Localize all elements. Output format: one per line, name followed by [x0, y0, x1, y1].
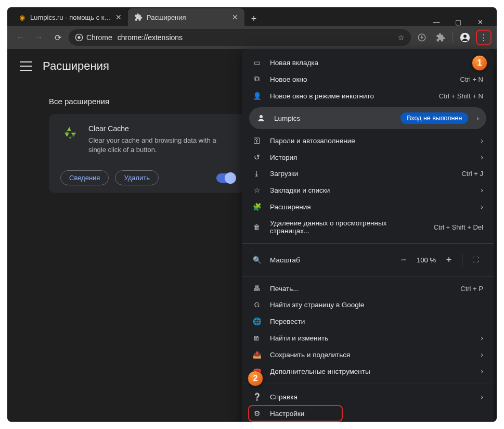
chevron-right-icon: › — [481, 153, 483, 161]
menu-downloads[interactable]: ⭳ЗагрузкиCtrl + J — [242, 166, 494, 182]
menu-extensions[interactable]: 🧩Расширения› — [242, 198, 494, 215]
chevron-right-icon: › — [481, 393, 483, 401]
zoom-separator — [462, 254, 462, 266]
close-icon[interactable]: ✕ — [232, 13, 238, 21]
zoom-value: 100 % — [411, 256, 441, 264]
omnibox-prefix: Chrome — [86, 33, 112, 42]
toolbar: ← → ⟳ Chrome chrome://extensions ☆ ⋮ — [7, 26, 497, 49]
chevron-right-icon: › — [481, 136, 483, 145]
menu-bookmarks[interactable]: ☆Закладки и списки› — [242, 182, 494, 198]
menu-separator — [242, 243, 494, 244]
details-button[interactable]: Сведения — [60, 170, 109, 185]
chevron-right-icon: › — [481, 350, 483, 359]
svg-point-4 — [463, 35, 467, 38]
minimize-button[interactable]: — — [431, 18, 442, 26]
hamburger-menu-icon[interactable] — [20, 61, 32, 71]
annotation-marker-2: 2 — [248, 371, 263, 386]
signin-badge: Вход не выполнен — [400, 112, 468, 124]
google-icon: G — [252, 301, 262, 309]
tab-title: Расширения — [147, 14, 228, 21]
window-icon: ⧉ — [252, 75, 262, 83]
extension-description: Clear your cache and browsing data with … — [88, 136, 235, 155]
tab-icon: ▭ — [252, 58, 262, 67]
chevron-right-icon: › — [481, 186, 483, 194]
downloads-icon[interactable] — [414, 30, 430, 45]
history-icon: ↺ — [252, 153, 262, 161]
menu-print[interactable]: 🖶Печать...Ctrl + P — [242, 281, 494, 297]
menu-separator — [242, 276, 494, 276]
extension-card: Clear Cache Clear your cache and browsin… — [49, 114, 247, 193]
close-icon[interactable]: ✕ — [115, 13, 122, 21]
incognito-icon: 👤 — [252, 92, 262, 100]
extensions-icon[interactable] — [433, 30, 448, 45]
tab-extensions[interactable]: Расширения ✕ — [128, 8, 244, 26]
extension-name: Clear Cache — [88, 124, 235, 133]
menu-more-tools[interactable]: 🧰Дополнительные инструменты› — [242, 363, 494, 380]
svg-point-5 — [260, 115, 263, 118]
reload-button[interactable]: ⟳ — [50, 30, 66, 45]
omnibox[interactable]: Chrome chrome://extensions ☆ — [69, 29, 411, 46]
menu-new-window[interactable]: ⧉Новое окноCtrl + N — [242, 71, 494, 87]
menu-translate[interactable]: 🌐Перевести — [242, 313, 494, 330]
fullscreen-button[interactable]: ⛶ — [468, 252, 483, 268]
omnibox-url: chrome://extensions — [118, 33, 183, 42]
chevron-right-icon: › — [481, 367, 483, 375]
close-window-button[interactable]: ✕ — [475, 18, 485, 26]
chevron-right-icon: › — [481, 334, 483, 342]
key-icon: ⚿ — [252, 137, 262, 145]
remove-button[interactable]: Удалить — [115, 170, 159, 185]
chrome-scheme-icon: Chrome — [75, 33, 112, 42]
find-icon: 🗎 — [252, 334, 262, 342]
person-icon — [256, 113, 266, 123]
window-controls: — ▢ ✕ — [431, 15, 493, 26]
print-icon: 🖶 — [252, 285, 262, 293]
favicon-lumpics: ◉ — [18, 13, 26, 21]
tab-lumpics[interactable]: ◉ Lumpics.ru - помощь с компь ✕ — [11, 8, 128, 26]
annotation-marker-1: 1 — [472, 55, 487, 71]
new-tab-button[interactable]: + — [247, 11, 261, 26]
menu-google-search[interactable]: GНайти эту страницу в Google — [242, 297, 494, 313]
tab-title: Lumpics.ru - помощь с компь — [30, 14, 111, 21]
translate-icon: 🌐 — [252, 317, 262, 325]
trash-icon: 🗑 — [252, 223, 262, 231]
svg-point-1 — [77, 36, 80, 39]
menu-profile[interactable]: Lumpics Вход не выполнен › — [249, 107, 486, 129]
menu-new-tab[interactable]: ▭Новая вкладка — [242, 54, 494, 71]
recycle-icon — [60, 124, 80, 144]
extension-toggle[interactable] — [216, 173, 235, 183]
menu-incognito[interactable]: 👤Новое окно в режиме инкогнитоCtrl + Shi… — [242, 87, 494, 104]
help-icon: ❔ — [252, 393, 262, 401]
menu-clear-data[interactable]: 🗑Удаление данных о просмотренных страниц… — [242, 215, 494, 239]
zoom-out-button[interactable]: − — [396, 252, 411, 268]
zoom-in-button[interactable]: + — [441, 252, 457, 268]
chevron-right-icon: › — [481, 203, 483, 211]
profile-icon[interactable] — [457, 30, 473, 45]
menu-history[interactable]: ↺История› — [242, 149, 494, 166]
back-button[interactable]: ← — [12, 30, 28, 45]
menu-help[interactable]: ❔Справка› — [242, 388, 494, 405]
toolbar-separator — [453, 32, 453, 43]
menu-zoom: 🔍 Масштаб − 100 % + ⛶ — [242, 248, 494, 272]
menu-save-share[interactable]: 📤Сохранить и поделиться› — [242, 346, 494, 363]
bookmark-star-icon[interactable]: ☆ — [398, 33, 405, 42]
menu-separator — [242, 384, 494, 384]
maximize-button[interactable]: ▢ — [453, 18, 463, 26]
forward-button[interactable]: → — [31, 30, 47, 45]
star-icon: ☆ — [252, 186, 262, 194]
extension-icon — [134, 13, 143, 21]
page-title: Расширения — [43, 59, 109, 73]
zoom-icon: 🔍 — [252, 256, 262, 264]
download-icon: ⭳ — [252, 170, 262, 178]
gear-icon: ⚙ — [252, 409, 262, 418]
menu-settings[interactable]: ⚙Настройки — [242, 405, 494, 422]
kebab-menu-button[interactable]: ⋮ — [476, 30, 492, 45]
menu-passwords[interactable]: ⚿Пароли и автозаполнение› — [242, 132, 494, 149]
menu-find-edit[interactable]: 🗎Найти и изменить› — [242, 330, 494, 346]
chrome-menu: ▭Новая вкладка ⧉Новое окноCtrl + N 👤Ново… — [242, 49, 494, 422]
puzzle-icon: 🧩 — [252, 203, 262, 211]
share-icon: 📤 — [252, 350, 262, 359]
chevron-right-icon: › — [476, 114, 479, 122]
tab-strip: ◉ Lumpics.ru - помощь с компь ✕ Расширен… — [7, 7, 497, 26]
